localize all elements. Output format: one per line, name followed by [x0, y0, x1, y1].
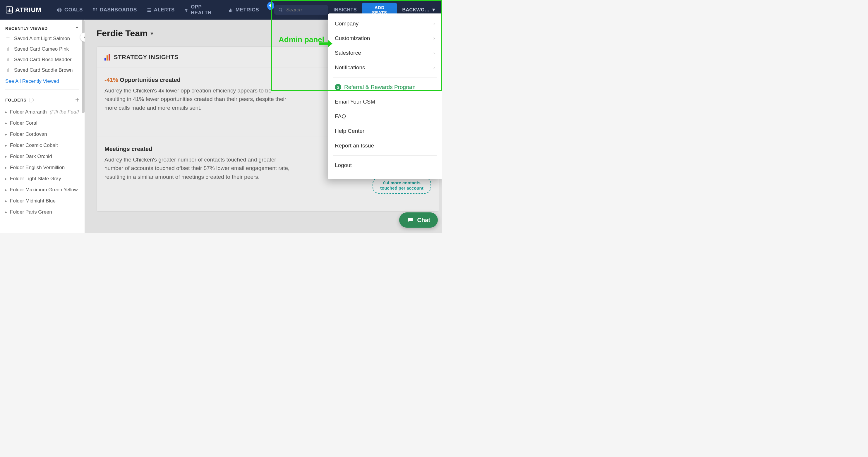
nav-dashboards-label: DASHBOARDS [100, 7, 137, 13]
item-icon: ıl [5, 67, 10, 73]
svg-rect-17 [230, 8, 231, 12]
svg-rect-12 [148, 10, 151, 10]
divider [333, 155, 437, 156]
dropdown-item[interactable]: Company› [328, 17, 442, 31]
grid-icon [92, 7, 97, 12]
folder-item[interactable]: ▸Folder Coral [5, 120, 79, 126]
folder-item[interactable]: ▸Folder Light Slate Gray [5, 176, 79, 182]
chevron-down-icon: ▼ [431, 7, 436, 12]
chat-label: Chat [417, 217, 430, 224]
chevron-right-icon: › [433, 21, 435, 26]
nav-opp-health[interactable]: OPP HEALTH [181, 2, 222, 18]
dropdown-item[interactable]: Email Your CSM [328, 95, 442, 109]
folder-item[interactable]: ▸Folder Paris Green [5, 209, 79, 215]
target-icon [57, 7, 62, 12]
see-all-recent-link[interactable]: See All Recently Viewed [5, 78, 59, 84]
nav-goals[interactable]: GOALS [53, 2, 86, 18]
caret-right-icon: ▸ [5, 143, 7, 148]
insights-link[interactable]: INSIGHTS [334, 7, 357, 12]
dropdown-item-label: Company [335, 21, 359, 27]
item-icon: ≣ [5, 35, 10, 41]
user-dropdown-panel: Company›Customization›Salesforce›Notific… [328, 13, 442, 179]
folder-name: Folder Coral [10, 120, 37, 126]
brand-logo[interactable]: ATRIUM [6, 6, 41, 14]
add-button[interactable]: + [267, 2, 274, 10]
folder-item[interactable]: ▸Folder Amaranth (Fifi the Feathe… [5, 109, 79, 115]
folder-item[interactable]: ▸Folder English Vermillion [5, 165, 79, 170]
folder-item[interactable]: ▸Folder Maximum Green Yellow [5, 187, 79, 193]
item-icon: ıl [5, 46, 10, 52]
recent-item-label: Saved Card Cameo Pink [14, 46, 69, 52]
nav-alerts-label: ALERTS [154, 7, 175, 13]
svg-point-15 [186, 11, 186, 11]
recent-item[interactable]: ılSaved Card Cameo Pink [5, 46, 79, 52]
caret-right-icon: ▸ [5, 121, 7, 125]
recent-item[interactable]: ılSaved Card Rose Madder [5, 57, 79, 63]
recent-item-label: Saved Card Rose Madder [14, 57, 72, 63]
folder-item[interactable]: ▸Folder Cordovan [5, 131, 79, 137]
svg-rect-10 [148, 8, 151, 9]
annotation-label: Admin panel [279, 35, 324, 44]
recent-item[interactable]: ≣Saved Alert Light Salmon [5, 35, 79, 41]
dropdown-item[interactable]: Customization› [328, 31, 442, 46]
svg-rect-8 [96, 9, 97, 10]
folder-name: Folder Cosmic Cobalt [10, 142, 58, 148]
recent-item-label: Saved Card Saddle Brown [14, 67, 72, 73]
dropdown-item[interactable]: FAQ [328, 109, 442, 124]
recent-item[interactable]: ılSaved Card Saddle Brown [5, 67, 79, 73]
folder-name: Folder Light Slate Gray [10, 176, 61, 182]
svg-rect-3 [93, 8, 94, 9]
recently-viewed-label: RECENTLY VIEWED [5, 26, 48, 31]
wifi-icon [184, 7, 188, 12]
dropdown-item-label: Customization [335, 35, 370, 41]
folder-name: Folder Cordovan [10, 131, 47, 137]
folder-name: Folder Dark Orchid [10, 154, 52, 159]
divider [5, 90, 79, 90]
dropdown-item-label: Notifications [335, 64, 365, 71]
list-icon [146, 7, 152, 12]
sidebar: RECENTLY VIEWED ⌃ ≣Saved Alert Light Sal… [0, 20, 85, 233]
referral-link[interactable]: $ Referral & Rewards Program [328, 80, 442, 95]
search-input[interactable] [286, 7, 324, 13]
folder-name: Folder Maximum Green Yellow [10, 187, 78, 193]
folder-item[interactable]: ▸Folder Cosmic Cobalt [5, 142, 79, 148]
folder-name: Folder Amaranth [10, 109, 47, 115]
caret-right-icon: ▸ [5, 132, 7, 136]
nav-items: GOALS DASHBOARDS ALERTS OPP HEALTH METRI… [53, 2, 274, 18]
chevron-up-icon: ⌃ [75, 26, 79, 31]
svg-point-2 [59, 10, 60, 10]
sidebar-collapse-button[interactable]: ‹ [80, 32, 85, 42]
divider [333, 77, 437, 77]
dollar-icon: $ [335, 84, 341, 90]
chat-icon [407, 217, 414, 224]
caret-right-icon: ▸ [5, 177, 7, 181]
chat-widget[interactable]: Chat [399, 213, 438, 228]
logout-label: Logout [335, 162, 352, 168]
folder-item[interactable]: ▸Folder Midnight Blue [5, 198, 79, 204]
svg-rect-14 [148, 11, 151, 11]
caret-right-icon: ▸ [5, 155, 7, 159]
dropdown-item[interactable]: Report an Issue [328, 138, 442, 153]
caret-right-icon: ▸ [5, 210, 7, 214]
recently-viewed-toggle[interactable]: RECENTLY VIEWED ⌃ [5, 26, 79, 31]
nav-alerts[interactable]: ALERTS [143, 2, 178, 18]
caret-right-icon: ▸ [5, 199, 7, 203]
dropdown-item[interactable]: Salesforce› [328, 46, 442, 60]
svg-rect-6 [93, 9, 94, 10]
logout-link[interactable]: Logout [328, 158, 442, 173]
nav-metrics[interactable]: METRICS [224, 2, 262, 18]
search-box[interactable] [274, 5, 328, 14]
chevron-right-icon: › [433, 36, 435, 41]
caret-right-icon: ▸ [5, 166, 7, 170]
folder-name: Folder Midnight Blue [10, 198, 56, 204]
dropdown-item[interactable]: Notifications› [328, 60, 442, 75]
add-folder-button[interactable]: + [75, 96, 79, 104]
dropdown-item-label: Email Your CSM [335, 99, 375, 105]
brand-text: ATRIUM [15, 6, 41, 14]
dropdown-item[interactable]: Help Center [328, 124, 442, 138]
info-icon[interactable]: i [29, 98, 34, 102]
nav-dashboards[interactable]: DASHBOARDS [89, 2, 141, 18]
dropdown-item-label: Report an Issue [335, 142, 374, 149]
user-menu-trigger[interactable]: BACKWO… ▼ [402, 7, 436, 12]
folder-item[interactable]: ▸Folder Dark Orchid [5, 154, 79, 159]
